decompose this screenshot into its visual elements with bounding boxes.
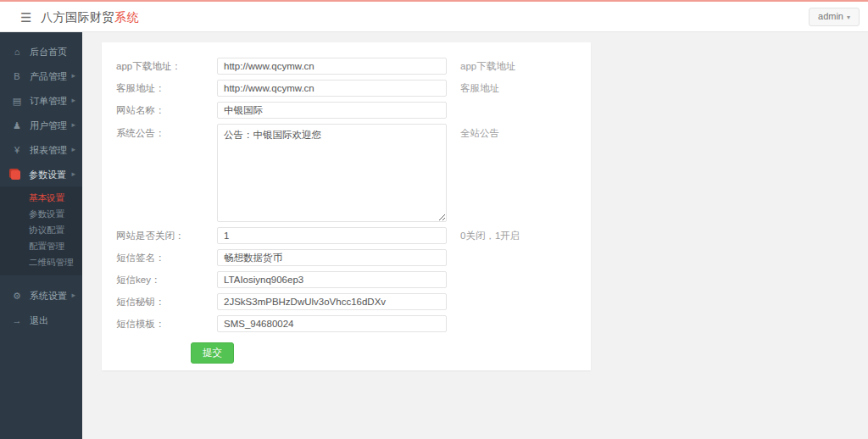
- app-title-accent: 系统: [114, 10, 139, 24]
- product-icon: B: [11, 64, 23, 89]
- form-row-site-name: 网站名称：: [102, 102, 591, 119]
- field-hint: 0关闭，1开启: [460, 230, 520, 242]
- sidebar-item-label: 订单管理: [30, 96, 67, 106]
- sidebar-item-label: 用户管理: [30, 120, 67, 131]
- chevron-right-icon: ▸: [71, 64, 75, 88]
- form-row-sms-key: 短信key：: [102, 271, 591, 288]
- field-label: 短信签名：: [102, 252, 217, 264]
- field-label: 客服地址：: [102, 82, 217, 95]
- app-download-url-field[interactable]: [217, 58, 447, 75]
- submenu-item-protocol-config[interactable]: 协议配置: [0, 222, 82, 238]
- submit-row: 提交: [102, 342, 591, 364]
- sidebar-item-label: 系统设置: [30, 291, 67, 301]
- chevron-right-icon: ▸: [71, 162, 75, 186]
- form-row-site-closed: 网站是否关闭： 0关闭，1开启: [102, 227, 591, 244]
- field-hint: app下载地址: [460, 60, 515, 73]
- top-bar: ☰ 八方国际财贸系统 admin▾: [0, 0, 868, 32]
- home-icon: ⌂: [11, 40, 23, 64]
- submenu-item-basic-settings[interactable]: 基本设置: [0, 190, 82, 206]
- sidebar-item-users[interactable]: ♟ 用户管理 ▸: [0, 113, 82, 137]
- chevron-right-icon: ▸: [71, 113, 75, 137]
- hamburger-icon[interactable]: ☰: [20, 10, 31, 25]
- sidebar: ⌂ 后台首页 B 产品管理 ▸ ▤ 订单管理 ▸ ♟ 用户管理 ▸ ¥ 报表管理…: [0, 32, 82, 439]
- field-label: 短信key：: [102, 274, 217, 286]
- sidebar-submenu: 基本设置 参数设置 协议配置 配置管理 二维码管理: [0, 186, 82, 275]
- site-name-field[interactable]: [217, 102, 447, 119]
- sidebar-item-dashboard[interactable]: ⌂ 后台首页: [0, 39, 82, 64]
- settings-form-card: app下载地址： app下载地址 客服地址： 客服地址 网站名称： 系统公告： …: [102, 42, 591, 370]
- sms-secret-field[interactable]: [217, 293, 447, 310]
- sidebar-item-orders[interactable]: ▤ 订单管理 ▸: [0, 88, 82, 113]
- report-icon: ¥: [11, 138, 23, 163]
- field-label: app下载地址：: [102, 60, 217, 73]
- user-name: admin: [818, 11, 843, 21]
- submenu-item-qrcode-management[interactable]: 二维码管理: [0, 254, 82, 270]
- form-row-announcement: 系统公告： 公告：中银国际欢迎您 全站公告: [102, 124, 591, 222]
- chevron-right-icon: ▸: [71, 88, 75, 113]
- field-label: 网站名称：: [102, 104, 217, 117]
- sms-key-field[interactable]: [217, 271, 447, 288]
- sidebar-item-reports[interactable]: ¥ 报表管理 ▸: [0, 137, 82, 162]
- sms-signature-field[interactable]: [217, 249, 447, 266]
- sidebar-item-logout[interactable]: → 退出: [0, 308, 82, 332]
- user-dropdown[interactable]: admin▾: [809, 8, 860, 26]
- sms-template-field[interactable]: [217, 315, 447, 332]
- gear-icon: ⚙: [11, 284, 23, 308]
- sidebar-item-label: 后台首页: [30, 47, 67, 57]
- sidebar-item-label: 报表管理: [30, 145, 67, 155]
- form-row-sms-template: 短信模板：: [102, 315, 591, 332]
- sidebar-item-parameters[interactable]: 参数设置 ▸: [0, 162, 82, 186]
- chevron-right-icon: ▸: [71, 283, 75, 308]
- field-label: 系统公告：: [102, 127, 217, 140]
- submenu-item-config-management[interactable]: 配置管理: [0, 238, 82, 254]
- service-url-field[interactable]: [217, 80, 447, 97]
- form-row-sms-secret: 短信秘钥：: [102, 293, 591, 310]
- field-label: 短信模板：: [102, 318, 217, 331]
- sidebar-item-products[interactable]: B 产品管理 ▸: [0, 64, 82, 88]
- order-icon: ▤: [11, 89, 23, 114]
- form-row-service-url: 客服地址： 客服地址: [102, 80, 591, 97]
- announcement-textarea[interactable]: 公告：中银国际欢迎您: [217, 124, 447, 222]
- caret-down-icon: ▾: [847, 14, 850, 21]
- sidebar-item-label: 参数设置: [29, 169, 66, 180]
- app-title-main: 八方国际财贸: [41, 10, 114, 24]
- sidebar-item-label: 产品管理: [30, 71, 67, 81]
- app-title: 八方国际财贸系统: [41, 10, 139, 25]
- sidebar-item-system-settings[interactable]: ⚙ 系统设置 ▸: [0, 283, 82, 308]
- form-row-app-download-url: app下载地址： app下载地址: [102, 58, 591, 75]
- logout-icon: →: [11, 308, 23, 333]
- submenu-item-parameter-settings[interactable]: 参数设置: [0, 206, 82, 222]
- sidebar-item-label: 退出: [30, 315, 48, 325]
- chevron-right-icon: ▸: [71, 137, 75, 162]
- field-hint: 客服地址: [460, 82, 499, 95]
- user-icon: ♟: [11, 114, 23, 138]
- field-hint: 全站公告: [460, 127, 499, 140]
- parameter-settings-icon: [11, 170, 20, 180]
- submit-button[interactable]: 提交: [191, 342, 234, 364]
- field-label: 网站是否关闭：: [102, 230, 217, 242]
- form-row-sms-signature: 短信签名：: [102, 249, 591, 266]
- site-closed-field[interactable]: [217, 227, 447, 244]
- field-label: 短信秘钥：: [102, 296, 217, 308]
